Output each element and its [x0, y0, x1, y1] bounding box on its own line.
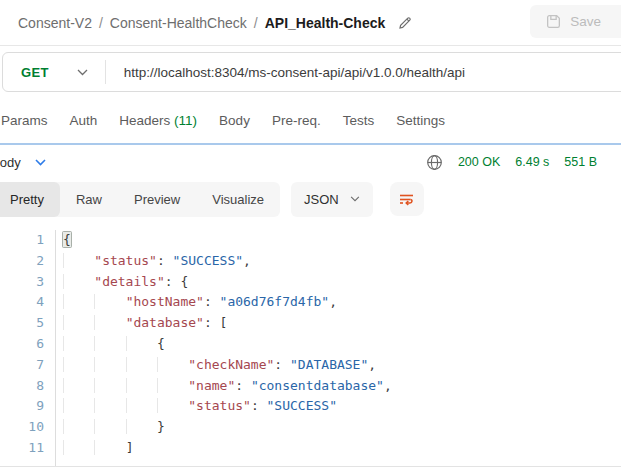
response-status-cluster: 200 OK 6.49 s 551 B — [426, 154, 621, 171]
save-floppy-icon — [545, 13, 562, 30]
headers-count-badge: (11) — [174, 113, 197, 128]
response-body-editor[interactable]: 1234567891011 { "status": "SUCCESS", "de… — [0, 227, 621, 467]
tab-settings[interactable]: Settings — [396, 113, 445, 128]
view-tab-preview[interactable]: Preview — [118, 182, 196, 217]
wrap-lines-icon — [397, 190, 416, 209]
line-number: 8 — [0, 376, 44, 397]
breadcrumb-folder[interactable]: Consent-HealthCheck — [110, 15, 247, 31]
code-content[interactable]: { "status": "SUCCESS", "details": { "hos… — [56, 230, 621, 466]
response-time[interactable]: 6.49 s — [515, 155, 549, 169]
code-line: "status": "SUCCESS" — [63, 396, 621, 417]
save-button[interactable]: Save — [530, 5, 621, 38]
code-line: "name": "consentdatabase", — [63, 376, 621, 397]
breadcrumb-separator: / — [99, 15, 103, 31]
code-line: "database": [ — [63, 313, 621, 334]
view-tab-visualize[interactable]: Visualize — [196, 182, 280, 217]
line-number: 6 — [0, 334, 44, 355]
code-line: { — [63, 334, 621, 355]
line-number: 9 — [0, 396, 44, 417]
edit-pencil-icon[interactable] — [397, 15, 413, 31]
wrap-lines-button[interactable] — [390, 182, 424, 216]
code-line: "status": "SUCCESS", — [63, 251, 621, 272]
view-tab-raw[interactable]: Raw — [60, 182, 118, 217]
response-view-tabs: Pretty Raw Preview Visualize — [0, 182, 280, 217]
response-view-toolbar: Pretty Raw Preview Visualize JSON — [0, 181, 621, 217]
code-line: "details": { — [63, 272, 621, 293]
tab-auth[interactable]: Auth — [70, 113, 98, 128]
url-bar-divider — [105, 60, 106, 84]
line-number: 1 — [0, 230, 44, 251]
line-number: 2 — [0, 251, 44, 272]
request-header-bar: Consent-V2 / Consent-HealthCheck / API_H… — [0, 0, 621, 46]
breadcrumb-collection[interactable]: Consent-V2 — [18, 15, 92, 31]
method-selector-value[interactable]: GET — [21, 65, 49, 80]
code-line: "hostName": "a06d76f7d4fb", — [63, 292, 621, 313]
request-url-bar: GET http://localhost:8304/ms-consent-api… — [2, 52, 621, 92]
tab-headers[interactable]: Headers (11) — [119, 113, 197, 128]
tab-pre-request[interactable]: Pre-req. — [272, 113, 321, 128]
postman-request-view: { "header": { "breadcrumb": ["Consent-V2… — [0, 0, 621, 472]
code-line: { — [63, 230, 621, 251]
format-select[interactable]: JSON — [291, 182, 373, 217]
line-number: 4 — [0, 292, 44, 313]
response-pane-label[interactable]: Body — [0, 155, 21, 170]
line-number: 5 — [0, 313, 44, 334]
tab-params[interactable]: Params — [1, 113, 48, 128]
line-number: 7 — [0, 355, 44, 376]
method-chevron-down-icon[interactable] — [77, 69, 88, 76]
response-status-code[interactable]: 200 OK — [458, 155, 500, 169]
breadcrumb-request-name[interactable]: API_Health-Check — [265, 15, 386, 31]
format-select-value: JSON — [304, 192, 339, 207]
line-number: 3 — [0, 272, 44, 293]
view-tab-pretty[interactable]: Pretty — [0, 182, 60, 217]
tab-body[interactable]: Body — [219, 113, 250, 128]
response-size[interactable]: 551 B — [564, 155, 597, 169]
code-line: ] — [63, 438, 621, 459]
format-chevron-down-icon — [350, 196, 360, 202]
tab-tests[interactable]: Tests — [343, 113, 375, 128]
line-number: 11 — [0, 438, 44, 459]
breadcrumb-separator: / — [254, 15, 258, 31]
response-meta-row: Body 200 OK 6.49 s 551 B — [0, 145, 621, 179]
request-tabs: Params Auth Headers (11) Body Pre-req. T… — [0, 98, 621, 143]
save-button-label: Save — [570, 14, 601, 29]
code-gutter: 1234567891011 — [0, 230, 56, 466]
code-line: "checkName": "DATABASE", — [63, 355, 621, 376]
request-url-input[interactable]: http://localhost:8304/ms-consent-api/api… — [124, 65, 465, 80]
response-pane-chevron-down-icon[interactable] — [35, 159, 46, 166]
code-line: } — [63, 417, 621, 438]
line-number: 10 — [0, 417, 44, 438]
network-globe-icon[interactable] — [426, 154, 443, 171]
request-url-section: GET http://localhost:8304/ms-consent-api… — [0, 46, 621, 98]
